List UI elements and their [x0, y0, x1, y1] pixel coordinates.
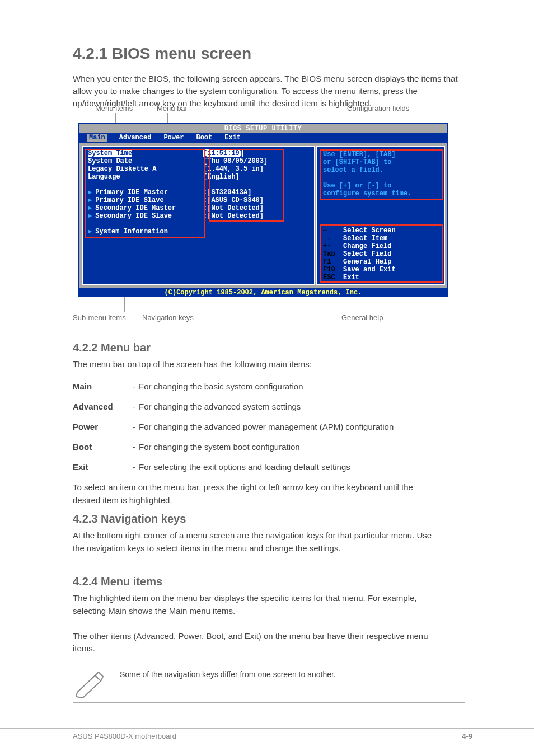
bios-title: BIOS SETUP UTILITY: [79, 124, 447, 133]
page-footer: ASUS P4S800D-X motherboard 4-9: [0, 728, 534, 740]
callout-submenu: Sub-menu items: [73, 313, 126, 322]
callout-line: [147, 297, 147, 312]
callout-navkeys: Navigation keys: [142, 313, 194, 322]
menubar-item-boot: Boot-For changing the system boot config…: [73, 441, 442, 454]
footer-right: 4-9: [462, 732, 534, 740]
bios-row[interactable]: ▶Primary IDE Slave:[ASUS CD-S340]: [83, 196, 314, 204]
bios-row[interactable]: ▶Secondary IDE Slave:[Not Detected]: [83, 212, 314, 220]
bios-row[interactable]: System Time[11:51:19]: [83, 149, 314, 157]
note-block: Some of the navigation keys differ from …: [73, 664, 465, 703]
submenu-icon: ▶: [88, 228, 95, 236]
menubar-heading: 4.2.2 Menu bar: [73, 341, 151, 354]
nav-key-icon: Tab: [323, 250, 343, 258]
bios-screen: BIOS SETUP UTILITY MainAdvancedPowerBoot…: [78, 123, 448, 297]
callout-line: [124, 297, 125, 312]
tab-main[interactable]: Main: [87, 134, 107, 142]
submenu-icon: ▶: [88, 196, 95, 204]
submenu-icon: ▶: [88, 212, 95, 220]
menuitems-text: The highlighted item on the menu bar dis…: [73, 592, 442, 655]
bios-menu-bar[interactable]: MainAdvancedPowerBootExit: [79, 133, 447, 143]
nav-key-icon: +-: [323, 242, 343, 250]
menubar-tail: To select an item on the menu bar, press…: [73, 481, 442, 506]
submenu-icon: ▶: [88, 204, 95, 212]
menubar-item-advanced: Advanced-For changing the advanced syste…: [73, 401, 442, 414]
callout-general-help: General help: [341, 313, 383, 322]
tab-advanced[interactable]: Advanced: [119, 134, 152, 142]
callout-config-fields: Configuration fields: [347, 104, 442, 112]
bios-row[interactable]: [83, 220, 314, 228]
submenu-icon: ▶: [88, 189, 95, 196]
bios-help-text: Use [ENTER], [TAB] or [SHIFT-TAB] to sel…: [317, 147, 444, 198]
section-heading: 4.2.1 BIOS menu screen: [73, 45, 251, 63]
note-text: Some of the navigation keys differ from …: [120, 669, 336, 680]
bios-copyright: (C)Copyright 1985-2002, American Megatre…: [79, 288, 447, 297]
bios-left-panel: System Time[11:51:19]System Date[Thu 08/…: [82, 146, 315, 285]
callout-menu-items: Menu items: [95, 104, 133, 112]
menubar-item-power: Power-For changing the advanced power ma…: [73, 421, 442, 434]
bios-row[interactable]: Language[English]: [83, 173, 314, 181]
bios-row[interactable]: ▶System Information: [83, 228, 314, 236]
bios-right-panel: Use [ENTER], [TAB] or [SHIFT-TAB] to sel…: [316, 146, 445, 285]
nav-key-icon: F1: [323, 258, 343, 266]
nav-key-icon: ↑↓: [323, 234, 343, 242]
menuitems-heading: 4.2.4 Menu items: [73, 575, 162, 588]
navkeys-text: At the bottom right corner of a menu scr…: [73, 529, 442, 555]
bios-row[interactable]: ▶Primary IDE Master:[ST320413A]: [83, 189, 314, 196]
nav-key-icon: F10: [323, 266, 343, 274]
bios-row[interactable]: [83, 181, 314, 189]
bios-row[interactable]: ▶Secondary IDE Master:[Not Detected]: [83, 204, 314, 212]
navkeys-heading: 4.2.3 Navigation keys: [73, 513, 186, 525]
footer-left: ASUS P4S800D-X motherboard: [0, 732, 176, 740]
menubar-item-main: Main-For changing the basic system confi…: [73, 381, 442, 393]
callout-menu-bar: Menu bar: [157, 104, 188, 112]
tab-power[interactable]: Power: [163, 134, 184, 142]
callout-line: [381, 297, 381, 312]
bios-row[interactable]: Legacy Diskette A[1.44M, 3.5 in]: [83, 165, 314, 173]
menubar-item-exit: Exit-For selecting the exit options and …: [73, 461, 442, 474]
tab-exit[interactable]: Exit: [224, 134, 241, 142]
note-icon: [73, 669, 106, 698]
bios-row[interactable]: System Date[Thu 08/05/2003]: [83, 157, 314, 165]
bios-nav-keys: ← Select Screen↑↓ Select Item+- Change F…: [317, 227, 401, 281]
menubar-intro: The menu bar on top of the screen has th…: [73, 358, 442, 371]
nav-key-icon: ESC: [323, 274, 343, 281]
tab-boot[interactable]: Boot: [196, 134, 212, 142]
nav-key-icon: ←: [323, 227, 343, 234]
